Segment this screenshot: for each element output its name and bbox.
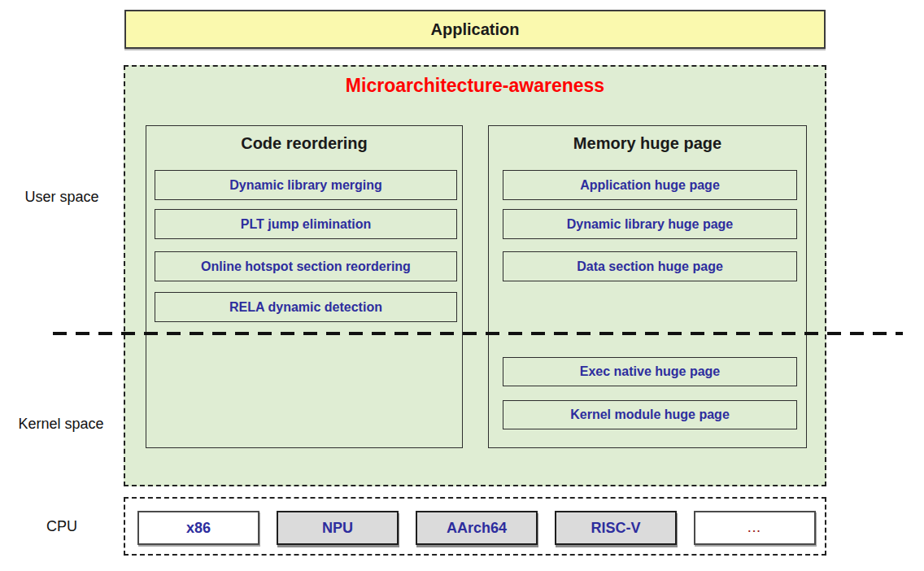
cpu-label: CPU [5,518,119,535]
code-reordering-section: Code reordering Dynamic library merging … [146,125,463,448]
memory-huge-page-section: Memory huge page Application huge page D… [488,125,807,448]
cpu-chip-ellipsis: ... [694,511,816,545]
feature-box-dynamic-library-merging: Dynamic library merging [155,170,457,200]
cpu-container: x86 NPU AArch64 RISC-V ... [124,497,826,556]
feature-box-application-huge-page: Application huge page [503,170,797,200]
microarchitecture-awareness-container: Microarchitecture-awareness Code reorder… [124,65,826,486]
application-box-label: Application [431,20,520,39]
application-box: Application [124,10,826,49]
user-space-label: User space [5,189,119,206]
code-reordering-title: Code reordering [146,134,462,153]
cpu-chip-aarch64: AArch64 [416,511,538,545]
feature-box-kernel-module-huge-page: Kernel module huge page [503,400,797,429]
feature-box-plt-jump-elimination: PLT jump elimination [155,209,457,239]
cpu-chip-npu: NPU [277,511,399,545]
kernel-space-label: Kernel space [0,416,122,433]
user-kernel-boundary-line [53,332,903,335]
memory-huge-page-title: Memory huge page [489,134,806,153]
cpu-chip-x86: x86 [137,511,259,545]
feature-box-dynamic-library-huge-page: Dynamic library huge page [503,209,797,239]
architecture-diagram: User space Kernel space CPU Application … [0,0,924,571]
feature-box-online-hotspot-section-reordering: Online hotspot section reordering [155,251,457,281]
cpu-chip-riscv: RISC-V [555,511,677,545]
feature-box-rela-dynamic-detection: RELA dynamic detection [155,292,457,322]
feature-box-exec-native-huge-page: Exec native huge page [503,357,797,386]
feature-box-data-section-huge-page: Data section huge page [503,251,797,281]
framework-title: Microarchitecture-awareness [125,75,825,97]
